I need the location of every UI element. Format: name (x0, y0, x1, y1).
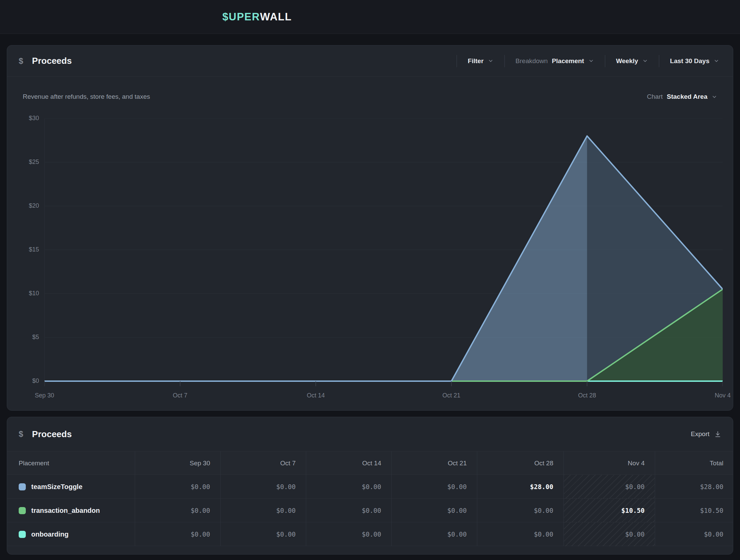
breakdown-control[interactable]: Breakdown Placement (505, 45, 605, 77)
proceeds-table-panel: $ Proceeds Export PlacementSep 30Oct 7Oc… (7, 417, 733, 555)
y-axis-label: $30 (8, 115, 39, 122)
dollar-icon: $ (19, 56, 23, 66)
incomplete-period-overlay (587, 136, 723, 381)
topbar-logo[interactable]: $UPERWALL (222, 0, 292, 34)
chart-subtitle: Revenue after refunds, store fees, and t… (23, 93, 150, 100)
value-cell: $0.00 (563, 475, 655, 499)
y-axis-label: $10 (8, 290, 39, 297)
filter-label: Filter (468, 57, 483, 65)
total-cell: $0.00 (655, 522, 734, 546)
export-label: Export (691, 430, 709, 438)
chevron-down-icon (488, 58, 494, 64)
filter-control[interactable]: Filter (457, 45, 504, 77)
placement-cell: transaction_abandon (7, 499, 135, 522)
x-axis-label: Oct 14 (292, 392, 339, 399)
table-header-row: PlacementSep 30Oct 7Oct 14Oct 21Oct 28No… (7, 451, 733, 475)
interval-value: Weekly (616, 57, 638, 65)
value-cell: $0.00 (306, 475, 391, 499)
panel-title: Proceeds (32, 429, 72, 440)
chevron-down-icon (711, 94, 717, 100)
chart-plot-svg (44, 118, 723, 387)
x-axis-label: Sep 30 (21, 392, 68, 399)
x-axis-label: Oct 7 (156, 392, 204, 399)
series-swatch (19, 531, 26, 538)
value-cell: $0.00 (306, 522, 391, 546)
series-swatch (19, 507, 26, 514)
value-cell: $0.00 (220, 475, 306, 499)
column-header: Oct 14 (306, 451, 391, 475)
column-header: Nov 4 (563, 451, 655, 475)
value-cell: $0.00 (391, 475, 477, 499)
interval-control[interactable]: Weekly (605, 45, 659, 77)
panel-title: Proceeds (32, 56, 72, 66)
value-cell: $28.00 (477, 475, 563, 499)
series-swatch (19, 483, 26, 490)
chevron-down-icon (588, 58, 594, 64)
value-cell: $0.00 (135, 522, 220, 546)
proceeds-chart-panel: $ Proceeds Filter Breakdown Placement We… (7, 45, 733, 411)
x-axis-label: Nov 4 (699, 392, 740, 399)
total-cell: $10.50 (655, 499, 734, 522)
placements-table: PlacementSep 30Oct 7Oct 14Oct 21Oct 28No… (7, 451, 733, 546)
logo-prefix: $UPER (222, 11, 260, 23)
breakdown-label: Breakdown (516, 57, 548, 65)
value-cell: $0.00 (135, 475, 220, 499)
placement-name: teamSizeToggle (31, 483, 82, 491)
placement-name: transaction_abandon (31, 507, 100, 515)
download-icon (714, 431, 721, 438)
value-cell: $0.00 (135, 499, 220, 522)
breakdown-value: Placement (552, 57, 584, 65)
column-header: Oct 21 (391, 451, 477, 475)
value-cell: $0.00 (477, 499, 563, 522)
chart-subheader: Revenue after refunds, store fees, and t… (23, 93, 717, 100)
table-row[interactable]: teamSizeToggle$0.00$0.00$0.00$0.00$28.00… (7, 475, 733, 499)
y-axis-label: $5 (8, 334, 39, 341)
value-cell: $0.00 (391, 522, 477, 546)
column-header: Placement (7, 451, 135, 475)
export-button[interactable]: Export (691, 430, 721, 438)
y-axis-label: $25 (8, 158, 39, 166)
chevron-down-icon (714, 58, 719, 64)
table-row[interactable]: transaction_abandon$0.00$0.00$0.00$0.00$… (7, 499, 733, 522)
chart-panel-header: $ Proceeds Filter Breakdown Placement We… (7, 45, 733, 77)
chart-type-value: Stacked Area (667, 93, 707, 100)
column-header: Sep 30 (135, 451, 220, 475)
y-axis-label: $0 (8, 377, 39, 385)
top-bar: $UPERWALL (0, 0, 740, 34)
chart-type-control[interactable]: Chart Stacked Area (647, 93, 717, 100)
chart-controls: Filter Breakdown Placement Weekly Last 3… (457, 45, 721, 77)
value-cell: $0.00 (306, 499, 391, 522)
value-cell: $0.00 (477, 522, 563, 546)
table-row[interactable]: onboarding$0.00$0.00$0.00$0.00$0.00$0.00… (7, 522, 733, 546)
x-axis-label: Oct 28 (563, 392, 611, 399)
column-header: Oct 28 (477, 451, 563, 475)
date-range-value: Last 30 Days (670, 57, 709, 65)
value-cell: $0.00 (220, 522, 306, 546)
y-axis-label: $20 (8, 202, 39, 209)
placement-cell: teamSizeToggle (7, 475, 135, 499)
value-cell: $10.50 (563, 499, 655, 522)
placement-cell: onboarding (7, 522, 135, 546)
dollar-icon: $ (19, 429, 23, 439)
chevron-down-icon (642, 58, 648, 64)
column-header: Total (655, 451, 734, 475)
placement-name: onboarding (31, 530, 69, 538)
chart-plot[interactable]: $30$25$20$15$10$5$0Sep 30Oct 7Oct 14Oct … (44, 118, 723, 387)
value-cell: $0.00 (391, 499, 477, 522)
total-cell: $28.00 (655, 475, 734, 499)
chart-type-label: Chart (647, 93, 663, 100)
y-axis-label: $15 (8, 246, 39, 253)
date-range-control[interactable]: Last 30 Days (659, 45, 721, 77)
table-panel-header: $ Proceeds Export (7, 417, 733, 451)
value-cell: $0.00 (220, 499, 306, 522)
logo-suffix: WALL (260, 11, 292, 23)
x-axis-label: Oct 21 (428, 392, 475, 399)
column-header: Oct 7 (220, 451, 306, 475)
value-cell: $0.00 (563, 522, 655, 546)
